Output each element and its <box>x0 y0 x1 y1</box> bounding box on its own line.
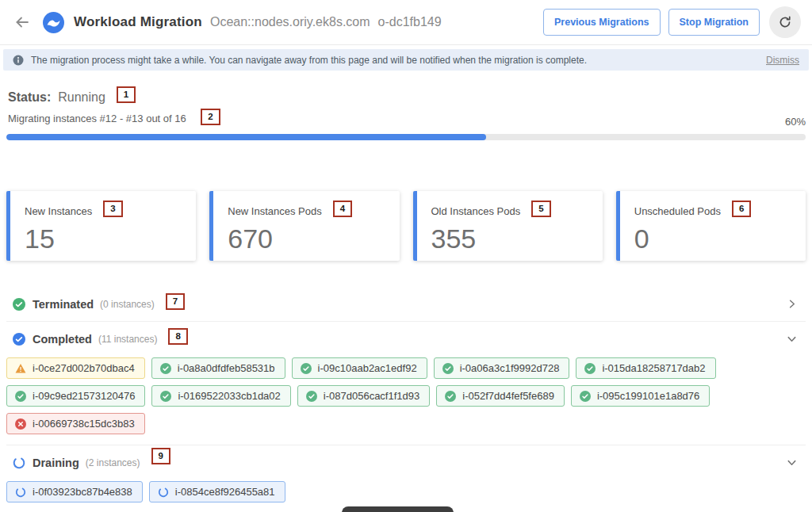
ocean-id: o-dc1fb149 <box>378 15 442 29</box>
annotation-8: 8 <box>168 328 187 345</box>
check-circle-icon <box>584 363 596 374</box>
error-circle-icon <box>15 418 26 430</box>
card-annotation: 6 <box>732 201 751 217</box>
card-label: New Instances <box>25 205 92 217</box>
progress-bar <box>6 134 806 140</box>
instance-chip[interactable]: i-0a06a3c1f9992d728 <box>434 357 570 379</box>
progress-percent: 60% <box>785 116 806 128</box>
status-value: Running <box>58 90 105 105</box>
previous-migrations-button[interactable]: Previous Migrations <box>543 9 660 36</box>
instance-chip[interactable]: i-087d056cacf1f1d93 <box>297 385 430 407</box>
annotation-2: 2 <box>201 109 220 125</box>
check-circle-icon <box>580 391 591 402</box>
page-title: Workload Migration <box>74 14 202 30</box>
summary-cards: New Instances 3 15 New Instances Pods 4 … <box>6 191 806 261</box>
progress-meta: Migrating instances #12 - #13 out of 16 … <box>6 111 806 128</box>
back-arrow-icon[interactable] <box>14 14 30 30</box>
info-icon <box>13 55 24 66</box>
section-terminated-header[interactable]: Terminated (0 instances) 7 <box>6 287 806 321</box>
section-draining: Draining (2 instances) 9 i-0f03923bc8 <box>6 445 806 512</box>
card-label: New Instances Pods <box>228 205 322 217</box>
chevron-right-icon[interactable] <box>786 298 798 310</box>
card-value: 355 <box>431 224 588 254</box>
progress-text: Migrating instances #12 - #13 out of 16 <box>8 113 186 124</box>
instance-id: i-0854ce8f926455a81 <box>175 486 275 498</box>
check-circle-icon <box>160 363 171 374</box>
instance-id: i-095c199101e1a8d76 <box>597 390 699 402</box>
check-circle-icon <box>15 391 26 402</box>
instance-id: i-0a8a0dfdfeb58531b <box>178 362 275 374</box>
info-banner: The migration process might take a while… <box>3 49 809 71</box>
instance-chip[interactable]: i-09c10aab2ac1edf92 <box>292 357 427 379</box>
check-circle-icon <box>442 363 454 374</box>
card-value: 0 <box>634 224 791 254</box>
card-value: 15 <box>25 224 182 254</box>
instance-chip[interactable]: i-09c9ed21573120476 <box>6 385 145 407</box>
card-label: Unscheduled Pods <box>634 205 721 217</box>
instance-id: i-015da18258717dab2 <box>602 362 705 374</box>
section-completed: Completed (11 instances) 8 i-0ce27d00 <box>6 322 806 445</box>
instance-chip[interactable]: i-095c199101e1a8d76 <box>571 385 710 407</box>
section-completed-header[interactable]: Completed (11 instances) 8 <box>6 322 806 356</box>
chevron-down-icon[interactable] <box>786 333 798 345</box>
instance-chip[interactable]: i-0f03923bc87b4e838 <box>6 481 143 502</box>
annotation-7: 7 <box>166 293 185 310</box>
instance-chip[interactable]: i-052f7dd4fef5fe689 <box>436 385 565 407</box>
instance-id: i-0ce27d002b70dbac4 <box>33 362 135 374</box>
warning-triangle-icon <box>15 363 26 374</box>
section-terminated: Terminated (0 instances) 7 <box>6 287 806 322</box>
section-count: (2 instances) <box>86 457 140 468</box>
chevron-down-icon[interactable] <box>786 457 798 468</box>
annotation-9: 9 <box>151 448 170 464</box>
check-circle-icon <box>160 391 171 402</box>
banner-message: The migration process might take a while… <box>31 55 587 66</box>
cluster-name: Ocean::nodes.oriy.ek8s.com <box>210 15 370 29</box>
spinner-icon <box>15 487 26 498</box>
section-draining-header[interactable]: Draining (2 instances) 9 <box>6 445 806 480</box>
check-circle-blue-icon <box>13 333 25 346</box>
instance-chip[interactable]: i-0854ce8f926455a81 <box>149 481 285 502</box>
ocean-logo-icon <box>43 12 64 33</box>
instance-chip[interactable]: i-00669738c15dc3b83 <box>6 413 145 434</box>
instance-id: i-09c9ed21573120476 <box>33 390 135 402</box>
check-circle-icon <box>445 391 456 402</box>
status-label: Status: <box>8 90 51 105</box>
instance-id: i-087d056cacf1f1d93 <box>324 390 419 402</box>
section-count: (0 instances) <box>100 299 155 310</box>
check-circle-icon <box>301 363 312 374</box>
section-label: Completed <box>33 333 92 346</box>
card-value: 670 <box>228 224 385 254</box>
summary-card: Unscheduled Pods 6 0 <box>616 191 806 261</box>
instance-sections: Terminated (0 instances) 7 Completed (11… <box>6 287 806 512</box>
instance-id: i-00669738c15dc3b83 <box>33 418 135 430</box>
card-annotation: 3 <box>103 201 122 217</box>
summary-card: Old Instances Pods 5 355 <box>413 191 603 261</box>
card-annotation: 4 <box>333 201 352 217</box>
section-label: Terminated <box>33 298 94 311</box>
stop-migration-button[interactable]: Stop Migration <box>668 9 760 36</box>
spinner-icon <box>13 457 25 469</box>
annotation-1: 1 <box>117 86 136 103</box>
instance-id: i-0a06a3c1f9992d728 <box>460 362 560 374</box>
spinner-icon <box>158 487 169 498</box>
bottom-overlay-fragment <box>342 506 454 512</box>
completed-instances: i-0ce27d002b70dbac4 i-0a8a0dfdfeb58531b <box>6 356 806 445</box>
instance-id: i-0169522033cb1da02 <box>178 390 280 402</box>
card-label: Old Instances Pods <box>431 205 521 217</box>
dismiss-link[interactable]: Dismiss <box>766 55 799 66</box>
check-circle-green-icon <box>13 298 25 311</box>
instance-id: i-052f7dd4fef5fe689 <box>462 390 554 402</box>
instance-chip[interactable]: i-015da18258717dab2 <box>576 357 715 379</box>
refresh-icon <box>778 15 792 29</box>
page-header: Workload Migration Ocean::nodes.oriy.ek8… <box>0 0 812 45</box>
check-circle-icon <box>306 391 317 402</box>
progress-bar-fill <box>6 134 486 140</box>
instance-chip[interactable]: i-0a8a0dfdfeb58531b <box>151 357 285 379</box>
instance-id: i-09c10aab2ac1edf92 <box>318 362 417 374</box>
refresh-button[interactable] <box>769 6 801 38</box>
instance-chip[interactable]: i-0169522033cb1da02 <box>151 385 290 407</box>
instance-id: i-0f03923bc87b4e838 <box>33 486 132 498</box>
section-count: (11 instances) <box>98 334 157 345</box>
section-label: Draining <box>33 457 79 469</box>
instance-chip[interactable]: i-0ce27d002b70dbac4 <box>6 357 145 379</box>
